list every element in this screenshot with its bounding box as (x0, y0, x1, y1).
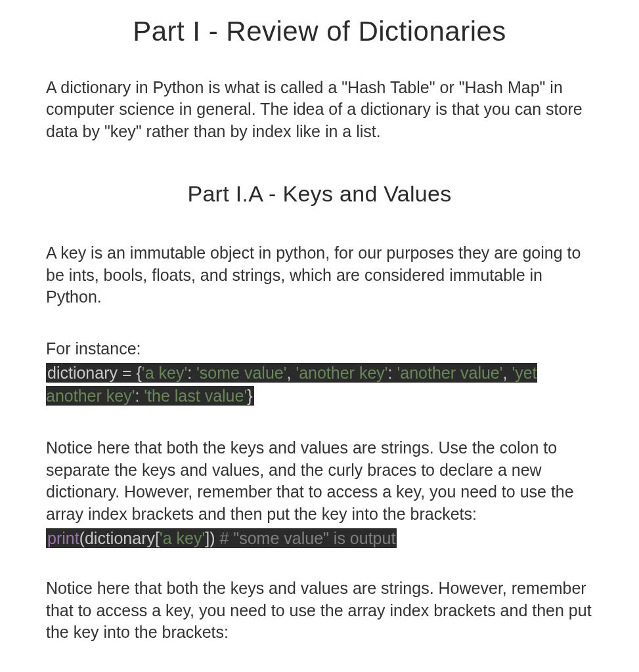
code-token-string: 'a key' (142, 364, 187, 382)
for-instance-lead: For instance: (46, 338, 593, 360)
code-token-func: print (47, 529, 79, 547)
main-title: Part I - Review of Dictionaries (46, 13, 593, 51)
code-token-op: , (286, 364, 296, 382)
code-token-string: 'another key' (296, 364, 387, 382)
repeat-paragraph: Notice here that both the keys and value… (46, 578, 593, 644)
code-token-var: dictionary (85, 529, 155, 547)
code-token-bracket: [ (155, 529, 160, 547)
code-token-brace: } (247, 387, 252, 405)
code-block-print-access: print(dictionary['a key']) # "some value… (46, 527, 593, 550)
sub-title: Part I.A - Keys and Values (46, 179, 593, 209)
code-token-op: , (503, 364, 512, 382)
intro-paragraph: A dictionary in Python is what is called… (46, 77, 593, 143)
code-token-string: 'a key' (160, 529, 205, 547)
code-token-brace: { (137, 364, 142, 382)
code-token-string: 'another value' (397, 364, 502, 382)
code-token-op: : (388, 364, 397, 382)
code-token-string: 'the last value' (144, 387, 247, 405)
code-token-paren: ( (79, 529, 85, 547)
code-token-op: : (135, 387, 144, 405)
code-token-comment: # "some value" is output (215, 529, 396, 547)
code-token-op: : (187, 364, 196, 382)
code-block-dict-literal: dictionary = {'a key': 'some value', 'an… (46, 362, 593, 408)
access-paragraph: Notice here that both the keys and value… (46, 437, 593, 526)
code-token-string: 'some value' (196, 364, 286, 382)
code-token-var: dictionary (47, 364, 118, 382)
code-token-op: = (118, 364, 137, 382)
code-token-paren: ) (209, 529, 215, 547)
keys-paragraph: A key is an immutable object in python, … (46, 242, 593, 308)
